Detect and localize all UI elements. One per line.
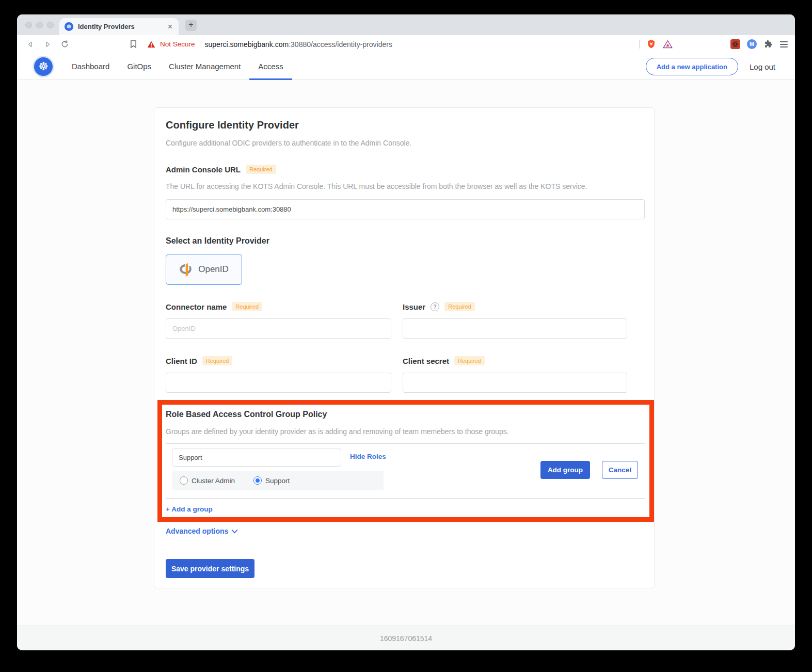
page-title: Configure Identity Provider xyxy=(166,119,299,131)
footer-timestamp: 1609167061514 xyxy=(380,634,432,643)
minimize-window-button[interactable] xyxy=(36,22,43,28)
client-secret-input[interactable] xyxy=(403,373,627,393)
connector-name-input[interactable] xyxy=(166,318,391,339)
maximize-window-button[interactable] xyxy=(47,22,54,28)
cancel-button[interactable]: Cancel xyxy=(602,461,638,479)
add-group-button[interactable]: Add group xyxy=(540,461,590,479)
admin-console-url-label: Admin Console URL xyxy=(166,165,241,174)
role-label: Cluster Admin xyxy=(192,477,235,485)
required-badge: Required xyxy=(202,356,233,365)
logout-link[interactable]: Log out xyxy=(750,62,775,71)
issuer-label: Issuer xyxy=(403,302,425,311)
divider xyxy=(639,40,640,49)
extension-icon[interactable] xyxy=(730,39,740,49)
rbac-heading: Role Based Access Control Group Policy xyxy=(166,410,327,419)
toolbar-right-icons: M xyxy=(639,35,788,53)
nav-item-access[interactable]: Access xyxy=(258,53,283,80)
divider xyxy=(200,40,200,49)
browser-nav-buttons xyxy=(17,40,69,49)
required-badge: Required xyxy=(246,165,276,174)
close-window-button[interactable] xyxy=(25,22,32,28)
required-badge: Required xyxy=(454,356,485,365)
role-option-support[interactable]: Support xyxy=(253,476,290,485)
browser-tab-bar: ☸ Identity Providers × + xyxy=(17,14,795,35)
browser-window: ☸ Identity Providers × + Not Secure supe… xyxy=(17,14,795,650)
role-option-cluster-admin[interactable]: Cluster Admin xyxy=(180,476,235,485)
radio-icon[interactable] xyxy=(180,476,188,485)
nav-item-dashboard[interactable]: Dashboard xyxy=(72,53,109,80)
warning-triangle-icon xyxy=(147,41,155,48)
extensions-puzzle-icon[interactable] xyxy=(763,39,773,49)
chevron-down-icon xyxy=(231,529,238,534)
page-footer: 1609167061514 xyxy=(17,626,795,650)
client-id-label: Client ID xyxy=(166,357,197,365)
role-radio-group: Cluster Admin Support xyxy=(172,471,384,490)
address-bar[interactable]: Not Secure superci.somebigbank.com:30880… xyxy=(147,35,392,53)
required-badge: Required xyxy=(232,302,262,311)
client-secret-label: Client secret xyxy=(403,357,449,365)
browser-tab[interactable]: ☸ Identity Providers × xyxy=(59,18,179,35)
hide-roles-link[interactable]: Hide Roles xyxy=(350,453,386,460)
bat-rewards-icon[interactable] xyxy=(663,39,673,49)
nav-item-gitops[interactable]: GitOps xyxy=(127,53,151,80)
url-text[interactable]: superci.somebigbank.com:30880/access/ide… xyxy=(205,40,392,49)
role-label: Support xyxy=(265,477,290,485)
select-identity-provider-heading: Select an Identity Provider xyxy=(166,236,269,246)
openid-provider-tile[interactable]: OpenID xyxy=(166,254,242,285)
issuer-label-row: Issuer ? Required xyxy=(403,302,475,311)
profile-avatar-icon[interactable]: M xyxy=(747,39,757,49)
openid-label: OpenID xyxy=(198,264,229,275)
group-name-input[interactable] xyxy=(172,449,341,467)
admin-console-url-help: The URL for accessing the KOTS Admin Con… xyxy=(166,182,587,190)
configure-identity-provider-card: Configure Identity Provider Configure ad… xyxy=(154,107,655,588)
admin-console-url-label-row: Admin Console URL Required xyxy=(166,165,276,174)
tab-title: Identity Providers xyxy=(78,23,167,30)
back-icon[interactable] xyxy=(26,40,35,49)
rbac-description: Groups are defined by your identity prov… xyxy=(166,427,509,436)
issuer-input[interactable] xyxy=(403,318,627,339)
bookmark-icon[interactable] xyxy=(130,40,137,51)
nav-item-cluster-management[interactable]: Cluster Management xyxy=(169,53,241,80)
reload-icon[interactable] xyxy=(60,40,69,49)
add-new-application-button[interactable]: Add a new application xyxy=(646,58,738,75)
brave-shield-icon[interactable] xyxy=(646,39,656,49)
connector-name-label: Connector name xyxy=(166,302,227,311)
required-badge: Required xyxy=(444,302,475,311)
admin-console-url-input[interactable] xyxy=(166,199,645,219)
main-content: Configure Identity Provider Configure ad… xyxy=(17,80,795,626)
openid-logo-icon xyxy=(179,262,194,277)
connector-name-label-row: Connector name Required xyxy=(166,302,262,311)
advanced-options-label: Advanced options xyxy=(166,527,228,535)
url-host: superci.somebigbank.com xyxy=(205,40,289,49)
divider xyxy=(166,443,645,444)
page-subtitle: Configure additional ODIC providers to a… xyxy=(166,139,411,147)
url-path: :30880/access/identity-providers xyxy=(289,40,392,49)
client-id-label-row: Client ID Required xyxy=(166,356,232,365)
nav-links: Dashboard GitOps Cluster Management Acce… xyxy=(72,53,283,80)
advanced-options-toggle[interactable]: Advanced options xyxy=(166,527,238,535)
radio-icon[interactable] xyxy=(253,476,262,485)
screenshot-stage: ☸ Identity Providers × + Not Secure supe… xyxy=(0,0,812,672)
nav-right: Add a new application Log out xyxy=(646,53,775,80)
forward-icon[interactable] xyxy=(43,40,52,49)
client-id-input[interactable] xyxy=(166,373,391,393)
add-a-group-link[interactable]: + Add a group xyxy=(166,505,213,513)
client-secret-label-row: Client secret Required xyxy=(403,356,485,365)
divider xyxy=(166,498,645,499)
help-icon[interactable]: ? xyxy=(431,302,439,311)
kubernetes-favicon-icon: ☸ xyxy=(65,22,73,31)
not-secure-label[interactable]: Not Secure xyxy=(160,40,195,48)
save-provider-settings-button[interactable]: Save provider settings xyxy=(166,559,254,578)
window-traffic-lights xyxy=(25,22,54,28)
new-tab-button[interactable]: + xyxy=(185,20,197,31)
browser-toolbar: Not Secure superci.somebigbank.com:30880… xyxy=(17,35,795,53)
menu-icon[interactable] xyxy=(780,41,788,47)
app-navigation: ☸ Dashboard GitOps Cluster Management Ac… xyxy=(17,53,795,80)
close-tab-icon[interactable]: × xyxy=(167,22,173,31)
kubernetes-logo-icon[interactable]: ☸ xyxy=(34,57,53,76)
